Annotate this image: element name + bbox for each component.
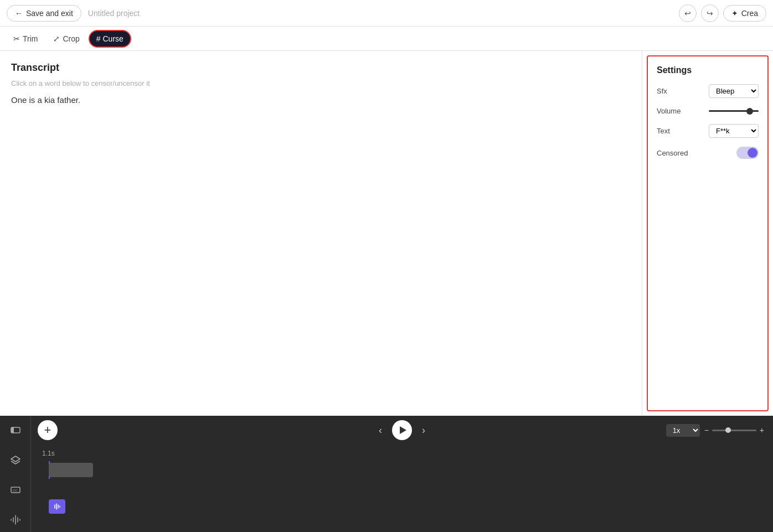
volume-thumb[interactable] [746, 108, 753, 115]
transcript-panel: Transcript Click on a word below to cens… [0, 51, 642, 416]
text-row: Text F**k S**t Custom [657, 124, 759, 138]
prev-button[interactable]: ‹ [379, 425, 382, 436]
audio-clip[interactable] [49, 499, 65, 514]
toolbar: ✂ Trim ⤢ Crop # Curse [0, 27, 773, 51]
top-right-controls: ↩ ↪ ✦ Crea [679, 4, 766, 22]
audio-track-row [38, 498, 766, 515]
video-track-row [38, 461, 766, 479]
undo-button[interactable]: ↩ [679, 4, 697, 22]
plus-icon: ✦ [731, 9, 738, 18]
next-button[interactable]: › [422, 425, 425, 436]
sfx-label: Sfx [657, 87, 667, 95]
create-button[interactable]: ✦ Crea [723, 5, 766, 22]
save-exit-button[interactable]: ← Save and exit [7, 5, 81, 22]
zoom-thumb [725, 427, 731, 433]
transcript-hint: Click on a word below to censor/uncensor… [11, 79, 631, 87]
trim-icon: ✂ [13, 34, 20, 43]
volume-row: Volume [657, 107, 759, 115]
timeline-ruler: 1.1s [42, 448, 766, 459]
speed-select[interactable]: 1x 2x 0.5x [666, 424, 700, 437]
empty-track-row [38, 482, 766, 493]
next-icon: › [422, 425, 425, 436]
crop-button[interactable]: ⤢ Crop [47, 31, 86, 47]
save-exit-label: Save and exit [26, 9, 73, 18]
undo-icon: ↩ [684, 9, 691, 18]
crop-label: Crop [63, 34, 79, 43]
transcript-text[interactable]: One is a kia father. [11, 95, 631, 105]
time-label: 1.1s [42, 450, 55, 457]
play-button[interactable] [392, 420, 412, 440]
add-track-button[interactable]: + [38, 420, 58, 440]
timeline-right-controls: 1x 2x 0.5x − + [666, 424, 764, 437]
censored-label: Censored [657, 149, 688, 157]
sfx-row: Sfx Bleep Buzz Beep [657, 84, 759, 98]
censored-row: Censored [657, 147, 759, 159]
audio-icon[interactable] [6, 510, 25, 530]
zoom-controls: − + [704, 426, 764, 435]
curse-label: # Curse [96, 34, 123, 43]
timeline-controls: + ‹ › 1x 2x 0.5x [31, 416, 773, 445]
volume-label: Volume [657, 107, 681, 115]
zoom-slider[interactable] [712, 430, 756, 431]
project-title: Untitled project [88, 9, 672, 18]
main-area: Transcript Click on a word below to cens… [0, 51, 773, 416]
transcript-title: Transcript [11, 62, 631, 74]
svg-text:CC: CC [13, 489, 18, 492]
create-label: Crea [741, 9, 758, 18]
prev-icon: ‹ [379, 425, 382, 436]
censored-toggle[interactable] [736, 147, 759, 159]
trim-label: Trim [23, 34, 38, 43]
play-icon [400, 426, 406, 434]
settings-panel: Settings Sfx Bleep Buzz Beep Volume Text… [647, 55, 769, 411]
volume-slider-container [709, 110, 759, 112]
timeline-tracks: 1.1s [31, 445, 773, 532]
video-layer-icon[interactable] [6, 420, 25, 440]
arrow-left-icon: ← [15, 9, 23, 18]
video-clip[interactable] [49, 463, 93, 477]
redo-icon: ↪ [707, 9, 713, 18]
sfx-select[interactable]: Bleep Buzz Beep [709, 84, 759, 98]
playback-controls: ‹ › [379, 420, 425, 440]
text-select[interactable]: F**k S**t Custom [709, 124, 759, 138]
text-label: Text [657, 127, 670, 135]
bottom-area: CC + ‹ › [0, 416, 773, 532]
trim-button[interactable]: ✂ Trim [7, 31, 44, 47]
timeline-area: + ‹ › 1x 2x 0.5x [31, 416, 773, 532]
add-icon: + [44, 423, 51, 437]
zoom-in-button[interactable]: + [760, 426, 764, 435]
zoom-out-button[interactable]: − [704, 426, 709, 435]
toggle-thumb [748, 148, 757, 158]
layers-icon[interactable] [6, 450, 25, 470]
captions-icon[interactable]: CC [6, 480, 25, 500]
settings-title: Settings [657, 65, 759, 75]
zoom-out-icon: − [704, 426, 709, 435]
volume-track[interactable] [709, 110, 759, 112]
curse-button[interactable]: # Curse [89, 30, 131, 48]
redo-button[interactable]: ↪ [701, 4, 719, 22]
crop-icon: ⤢ [53, 34, 60, 43]
svg-rect-1 [11, 427, 14, 433]
top-bar: ← Save and exit Untitled project ↩ ↪ ✦ C… [0, 0, 773, 27]
zoom-in-icon: + [760, 426, 764, 435]
timeline-sidebar: CC [0, 416, 31, 532]
